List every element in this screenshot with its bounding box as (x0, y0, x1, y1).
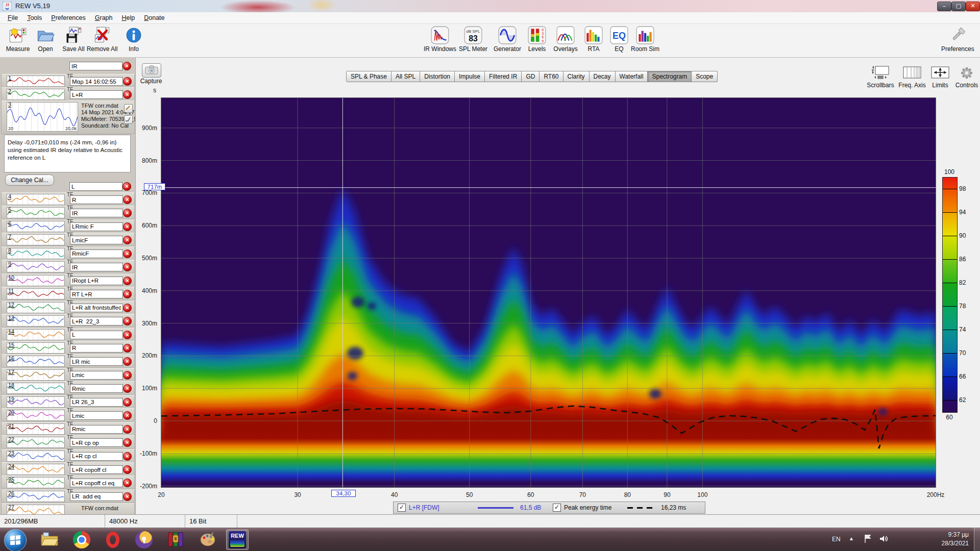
measurement-thumbnail[interactable] (7, 369, 65, 381)
measurement-row[interactable]: 21TF× (1, 422, 135, 436)
measurement-thumbnail[interactable]: 2020,0k (7, 102, 78, 132)
measurement-name-field[interactable] (70, 492, 123, 501)
trace-options-icon[interactable] (124, 115, 133, 124)
measurement-row-expanded[interactable]: 32020,0kTFW corr.mdat14 Μαρ 2021 4:04:17… (1, 101, 135, 134)
measurement-name-field[interactable] (70, 236, 123, 244)
tab-rt60[interactable]: RT60 (540, 71, 563, 82)
delete-measurement-button[interactable]: × (123, 371, 132, 380)
delete-measurement-button[interactable]: × (123, 331, 132, 339)
measurement-thumbnail[interactable] (7, 302, 65, 313)
delete-measurement-button[interactable]: × (123, 465, 132, 474)
taskbar-app-opera[interactable] (102, 530, 124, 550)
measurement-thumbnail[interactable] (7, 342, 65, 354)
measurement-row[interactable]: 12TF× (1, 300, 135, 314)
start-button[interactable] (4, 529, 27, 551)
measurement-name-field[interactable] (69, 62, 122, 70)
tab-filtered-ir[interactable]: Filtered IR (485, 71, 522, 82)
close-button[interactable]: ✕ (966, 2, 980, 11)
tray-expand-icon[interactable]: ▲ (849, 536, 854, 541)
measurement-name-field[interactable] (70, 465, 123, 474)
measurement-row[interactable]: 19TF× (1, 395, 135, 409)
menu-item-donate[interactable]: Donate (139, 13, 169, 23)
delete-measurement-button[interactable]: × (123, 236, 132, 244)
measurement-row[interactable]: 7TF× (1, 233, 135, 246)
measurement-row[interactable]: 5TF× (1, 206, 135, 219)
tray-flag-icon[interactable] (864, 534, 872, 545)
measurement-thumbnail[interactable] (7, 329, 65, 340)
measurement-row[interactable]: 25TF× (1, 475, 135, 489)
legend-checkbox-peak-energy[interactable]: ✓ (553, 504, 561, 512)
measurement-row[interactable]: 8TF× (1, 246, 135, 260)
measurement-thumbnail[interactable] (7, 464, 65, 475)
measurement-thumbnail[interactable] (7, 477, 65, 488)
measurement-row[interactable]: 9TF× (1, 260, 135, 273)
measurement-thumbnail[interactable] (7, 76, 65, 87)
measurement-row[interactable]: 26TF× (1, 489, 135, 503)
measurement-name-field[interactable] (69, 182, 122, 191)
irwindows-button[interactable]: IR Windows (424, 26, 456, 53)
delete-measurement-button[interactable]: × (123, 425, 132, 434)
measurement-thumbnail[interactable] (7, 423, 65, 435)
levels-button[interactable]: 0369Levels (521, 26, 553, 53)
measurement-name-field[interactable] (70, 290, 123, 298)
measurement-thumbnail[interactable] (7, 410, 65, 421)
measurement-row[interactable]: 15TF× (1, 341, 135, 355)
scrollbars-button[interactable]: Scrollbars (864, 64, 897, 89)
measurement-name-field[interactable] (70, 317, 123, 325)
generator-button[interactable]: Generator (491, 26, 524, 53)
controls-button[interactable]: Controls (950, 64, 980, 89)
measurement-thumbnail[interactable] (7, 275, 65, 286)
measurement-row[interactable]: 23TF× (1, 449, 135, 463)
splmeter-button[interactable]: dB SPL83SPL Meter (457, 26, 489, 53)
measurement-thumbnail[interactable] (7, 505, 65, 514)
measurement-thumbnail[interactable] (7, 437, 65, 448)
taskbar-app-rew[interactable]: REW (226, 530, 249, 550)
taskbar-app-chrome[interactable] (70, 530, 93, 550)
spectrogram-plot[interactable] (161, 98, 936, 487)
measurement-name-field[interactable] (70, 344, 123, 353)
delete-measurement-button[interactable]: × (123, 277, 132, 285)
measurement-name-field[interactable] (70, 263, 123, 271)
measurement-row[interactable]: 17TF× (1, 368, 135, 382)
legend-checkbox-spectrogram-series[interactable]: ✓ (398, 504, 406, 512)
measurement-row[interactable]: 1TF× (1, 74, 135, 88)
menu-item-preferences[interactable]: Preferences (46, 13, 90, 23)
measurement-name-field[interactable] (70, 90, 123, 99)
measurement-thumbnail[interactable] (7, 89, 65, 100)
measurement-row[interactable]: 24TF× (1, 462, 135, 476)
measurement-row[interactable]: 20TF× (1, 408, 135, 422)
measurement-row[interactable]: 16TF× (1, 354, 135, 368)
taskbar-app-winrar[interactable] (164, 530, 187, 550)
tab-decay[interactable]: Decay (590, 71, 616, 82)
clock-time[interactable]: 9:37 μμ (914, 531, 969, 538)
measurement-row[interactable]: 4TF× (1, 192, 135, 206)
tray-language[interactable]: EN (832, 536, 841, 543)
taskbar-app-paint[interactable] (197, 530, 219, 550)
delete-measurement-button[interactable]: × (123, 77, 132, 86)
measurement-name-field[interactable] (70, 277, 123, 285)
measurement-name-field[interactable] (70, 452, 123, 461)
taskbar-app-avira[interactable] (133, 530, 155, 550)
measurement-name-field[interactable] (70, 249, 123, 258)
delete-measurement-button[interactable]: × (123, 209, 132, 217)
tab-distortion[interactable]: Distortion (420, 71, 455, 82)
delete-measurement-button[interactable]: × (123, 492, 132, 501)
tray-volume-icon[interactable] (879, 534, 888, 545)
measurement-row[interactable]: 13TF× (1, 314, 135, 328)
minimize-button[interactable]: – (937, 2, 951, 11)
delete-measurement-button[interactable]: × (123, 304, 132, 312)
removeall-button[interactable]: Remove All (86, 26, 118, 53)
delete-measurement-button[interactable]: × (123, 344, 132, 353)
menu-item-help[interactable]: Help (117, 13, 140, 23)
measurement-thumbnail[interactable] (7, 194, 65, 205)
delete-measurement-button[interactable]: × (123, 263, 132, 271)
measurement-row[interactable]: 2TF× (1, 87, 135, 101)
capture-button[interactable] (142, 63, 161, 78)
delete-measurement-button[interactable]: × (123, 398, 132, 407)
measurement-name-field[interactable] (70, 438, 123, 447)
tab-scope[interactable]: Scope (692, 71, 718, 82)
tab-gd[interactable]: GD (522, 71, 540, 82)
measurement-name-field[interactable] (70, 195, 123, 204)
measurement-name-field[interactable] (70, 222, 123, 231)
clock-date[interactable]: 28/3/2021 (914, 540, 969, 547)
